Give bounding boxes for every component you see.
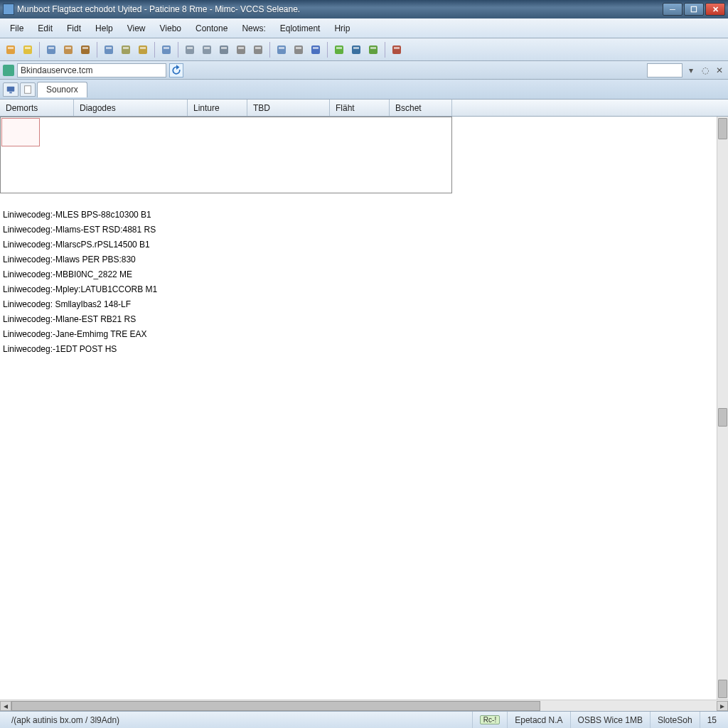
menu-news[interactable]: News: (235, 21, 272, 36)
status-num: 15 (700, 712, 724, 728)
code-line: Liniwrcodeg: 2›verals FAB86 BC-11609, TT… (3, 133, 725, 148)
svg-rect-20 (203, 46, 211, 54)
tab-label: Sounorx (46, 85, 78, 95)
toolbar-copy-button[interactable] (60, 42, 76, 58)
dn-icon (310, 44, 321, 55)
reload-button[interactable] (169, 63, 183, 77)
toolbar-world-button[interactable] (348, 42, 364, 58)
toolbar-save2-button[interactable] (274, 42, 289, 58)
world-icon (350, 44, 362, 55)
svg-rect-12 (122, 46, 130, 54)
menu-hrip[interactable]: Hrip (327, 21, 357, 36)
code-line: Liniwecodeg:-Mlams-EST RSD:4881 RS (3, 223, 725, 237)
menu-fidt[interactable]: Fidt (60, 21, 88, 36)
toolbar-script-button[interactable] (135, 42, 151, 58)
toolbar-dn-button[interactable] (308, 42, 323, 58)
toolbar-green-button[interactable] (331, 42, 347, 58)
svg-rect-24 (237, 46, 245, 54)
status-osbs: OSBS Wice 1MB (570, 712, 650, 728)
toolbar-doc1-button[interactable] (101, 42, 117, 58)
code-line: Liniwecodeg: IMay-EST PERI52 SPOS_CODC -… (3, 148, 725, 163)
svg-rect-21 (204, 47, 210, 49)
svg-rect-44 (25, 85, 31, 93)
close-button[interactable]: ✕ (705, 3, 725, 16)
vscroll-thumb-bot[interactable] (718, 680, 727, 698)
hscroll-thumb[interactable] (11, 701, 540, 711)
status-path-text: /(apk autinis bx.om / 3l9Adn) (11, 715, 119, 725)
menubar: FileEditFidtHelpViewVieboContoneNews:Eql… (0, 18, 728, 38)
svg-rect-18 (186, 46, 194, 54)
hscroll-right-button[interactable]: ▸ (717, 701, 728, 711)
minimize-button[interactable]: ─ (663, 3, 682, 16)
last-icon (391, 44, 402, 55)
vertical-scrollbar[interactable] (717, 117, 728, 700)
hscroll-left-button[interactable]: ◂ (0, 701, 11, 711)
svg-rect-25 (238, 47, 244, 49)
column-linture[interactable]: Linture (188, 100, 247, 116)
svg-rect-2 (23, 46, 32, 54)
menu-edit[interactable]: Edit (31, 21, 60, 36)
menu-contone[interactable]: Contone (188, 21, 235, 36)
toolbar-paste-button[interactable] (77, 42, 93, 58)
svg-rect-11 (106, 47, 112, 49)
svg-rect-40 (392, 46, 401, 54)
column-demorts[interactable]: Demorts (0, 100, 74, 116)
tab-doc-button[interactable] (20, 82, 36, 97)
toolbar-gear-button[interactable] (233, 42, 249, 58)
site-favicon-icon (3, 65, 14, 76)
menu-view[interactable]: View (120, 21, 153, 36)
search-input[interactable] (647, 63, 682, 77)
column-fläht[interactable]: Fläht (330, 100, 390, 116)
toolbar-brush-button[interactable] (365, 42, 381, 58)
toolbar-open-button[interactable] (20, 42, 36, 58)
info-icon[interactable]: ◌ (700, 65, 711, 76)
svg-rect-37 (353, 47, 359, 49)
toolbar-doc2-button[interactable] (118, 42, 134, 58)
toolbar-panel-button[interactable] (159, 42, 174, 58)
address-input[interactable]: Bkindauservce.tcm (17, 63, 166, 77)
menu-help[interactable]: Help (88, 21, 120, 36)
script-icon (137, 44, 149, 55)
column-bschet[interactable]: Bschet (390, 100, 452, 116)
dropdown-icon[interactable]: ▾ (685, 65, 697, 76)
toolbar-wrench-button[interactable] (291, 42, 306, 58)
column-diagodes[interactable]: Diagodes (74, 100, 188, 116)
hscroll-track[interactable] (11, 701, 717, 711)
toolbar-p2-button[interactable] (199, 42, 215, 58)
tab-home-button[interactable] (3, 82, 18, 97)
status-badge-cell: Rc-! (472, 712, 507, 728)
menu-eqlotiment[interactable]: Eqlotiment (273, 21, 328, 36)
toolbar-p1-button[interactable] (182, 42, 198, 58)
menu-file[interactable]: File (3, 21, 31, 36)
vscroll-thumb-top[interactable] (718, 118, 727, 139)
toolbar-globe-button[interactable] (216, 42, 232, 58)
menu-viebo[interactable]: Viebo (153, 21, 188, 36)
svg-rect-9 (82, 47, 88, 49)
toolbar-pen-button[interactable] (250, 42, 266, 58)
open-icon (22, 44, 33, 55)
maximize-button[interactable]: ☐ (684, 3, 704, 16)
svg-rect-32 (311, 46, 320, 54)
status-badge: Rc-! (480, 715, 500, 724)
copy-icon (63, 44, 74, 55)
toolbar-save-button[interactable] (43, 42, 59, 58)
cancel-icon[interactable]: ✕ (714, 65, 725, 76)
column-tbd[interactable]: TBD (247, 100, 330, 116)
toolbar-new-button[interactable] (3, 42, 18, 58)
wrench-icon (293, 44, 304, 55)
svg-rect-29 (279, 47, 284, 49)
vscroll-thumb-mid[interactable] (718, 408, 727, 427)
code-area[interactable]: Liniwecodeg: DD 1S2C BS hom 00-41.B8 176… (0, 117, 728, 358)
p1-icon (184, 44, 196, 55)
p2-icon (201, 44, 213, 55)
svg-rect-38 (369, 46, 378, 54)
horizontal-scrollbar[interactable]: ◂ ▸ (0, 700, 728, 711)
toolbar-last-button[interactable] (389, 42, 405, 58)
svg-rect-19 (187, 47, 193, 49)
app-icon (3, 4, 14, 15)
tab-active[interactable]: Sounorx (37, 82, 87, 97)
address-bar: Bkindauservce.tcm ▾ ◌ ✕ (0, 61, 728, 80)
svg-rect-36 (352, 46, 360, 54)
toolbar (0, 38, 728, 61)
svg-rect-3 (25, 47, 31, 49)
